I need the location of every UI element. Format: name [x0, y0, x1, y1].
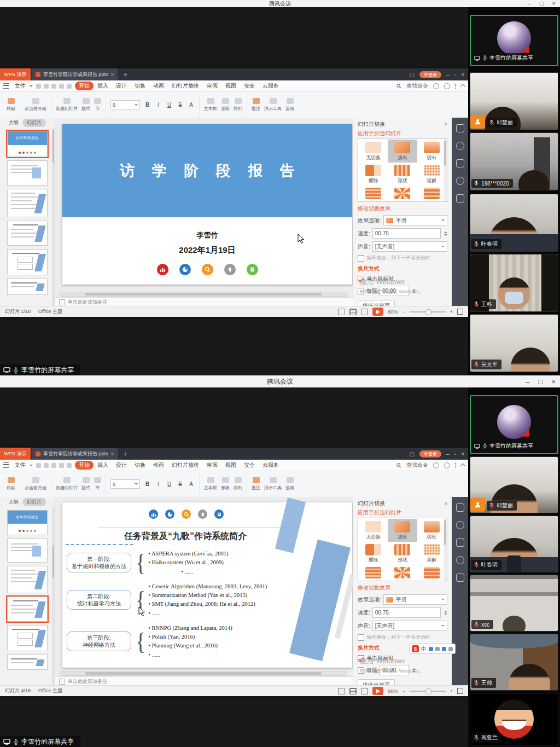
- font-color-button[interactable]: A: [188, 481, 195, 487]
- thumbnail-slide-4[interactable]: [7, 221, 48, 246]
- share-icon[interactable]: [456, 521, 464, 529]
- ime-keyboard-icon[interactable]: [442, 647, 446, 651]
- tab-outline[interactable]: 大纲: [9, 119, 19, 126]
- zoom-out-button[interactable]: −: [402, 309, 405, 315]
- animation-pane-icon[interactable]: [456, 556, 464, 564]
- new-slide-button[interactable]: 新建幻灯片: [56, 98, 78, 112]
- thumbnail-slide-2[interactable]: [7, 160, 48, 186]
- arrange-button[interactable]: 排列: [234, 98, 242, 112]
- zoom-level[interactable]: 60%: [388, 688, 398, 694]
- read-view-icon[interactable]: [361, 309, 368, 315]
- ime-toolbar[interactable]: S 中: [409, 644, 456, 654]
- maximize-button[interactable]: □: [540, 1, 544, 7]
- quick-access-icons[interactable]: [36, 463, 72, 468]
- slide-1[interactable]: 访 学 阶 段 报 告 李雪竹 2022年1月19日: [62, 124, 352, 285]
- menu-security[interactable]: 安全: [240, 82, 259, 90]
- menu-review[interactable]: 审阅: [203, 82, 221, 90]
- wps-minimize-button[interactable]: –: [446, 451, 450, 457]
- menu-cloud[interactable]: 云服务: [259, 82, 283, 90]
- participant-tile[interactable]: 王帅: [470, 634, 558, 691]
- comment-button[interactable]: 批注: [252, 98, 260, 112]
- minimize-button[interactable]: –: [528, 1, 531, 7]
- more-icon[interactable]: [455, 84, 456, 89]
- search-command[interactable]: 查找命令: [406, 82, 428, 90]
- shapes-button[interactable]: 形状: [221, 98, 230, 112]
- zoom-out-button[interactable]: −: [402, 688, 405, 694]
- presentation-tools-button[interactable]: 演示工具: [264, 477, 282, 491]
- effect-dissolve[interactable]: 溶解: [417, 542, 446, 565]
- tab-slides[interactable]: 幻灯片: [22, 498, 46, 506]
- sound-select[interactable]: [无声音]: [372, 241, 447, 252]
- paste-button[interactable]: 粘贴: [7, 477, 15, 491]
- effect-wheel[interactable]: 轮辐: [388, 186, 417, 202]
- effects-scrollbar[interactable]: [444, 518, 447, 581]
- presentation-tools-button[interactable]: 演示工具: [264, 98, 282, 112]
- fit-slide-icon[interactable]: [457, 688, 463, 694]
- effect-dissolve[interactable]: 溶解: [417, 163, 446, 186]
- search-command[interactable]: 查找命令: [406, 461, 428, 469]
- properties-icon[interactable]: [456, 124, 464, 132]
- more-icon[interactable]: [455, 463, 456, 468]
- section-button[interactable]: 节: [94, 477, 101, 491]
- window-layout-icon[interactable]: ▢: [410, 451, 415, 457]
- effect-wheel[interactable]: 轮辐: [388, 565, 417, 581]
- maximize-button[interactable]: □: [539, 378, 543, 385]
- menu-view[interactable]: 视图: [221, 461, 240, 470]
- effect-wipe[interactable]: 擦除: [359, 542, 388, 565]
- zoom-in-button[interactable]: +: [450, 309, 453, 315]
- menu-file[interactable]: 文件: [11, 461, 30, 470]
- effect-cut[interactable]: 切出: [417, 140, 446, 163]
- speed-stepper[interactable]: [444, 609, 447, 617]
- underline-button[interactable]: U: [166, 102, 173, 108]
- italic-button[interactable]: I: [155, 102, 162, 108]
- ime-toolbox-icon[interactable]: [448, 647, 453, 651]
- menu-transition[interactable]: 切换: [131, 82, 149, 90]
- participant-tile[interactable]: xsc: [470, 575, 558, 632]
- menu-animation[interactable]: 动画: [149, 82, 168, 90]
- loop-checkbox[interactable]: [358, 634, 364, 641]
- thumbnail-slide-1[interactable]: 访学阶段报告: [7, 131, 48, 157]
- section-button[interactable]: 节: [94, 98, 101, 112]
- layout-button[interactable]: 版式: [81, 477, 90, 491]
- star-icon[interactable]: [456, 159, 464, 167]
- menu-security[interactable]: 安全: [240, 461, 259, 470]
- new-tab-button[interactable]: +: [123, 450, 127, 458]
- fit-slide-icon[interactable]: [457, 309, 463, 315]
- menu-slideshow[interactable]: 幻灯片放映: [168, 82, 203, 90]
- horizontal-scrollbar[interactable]: [60, 292, 347, 297]
- participant-tile[interactable]: 吴文平: [470, 314, 558, 372]
- effect-cut[interactable]: 切出: [417, 519, 446, 542]
- effect-none[interactable]: 无切换: [359, 140, 388, 163]
- close-button[interactable]: ×: [552, 1, 556, 7]
- wps-close-button[interactable]: ×: [461, 72, 464, 78]
- comment-button[interactable]: 批注: [252, 477, 260, 491]
- play-from-current-button[interactable]: 从当前开始: [25, 98, 46, 112]
- participant-tile[interactable]: 叶春明: [470, 194, 558, 252]
- panel-close-icon[interactable]: ×: [444, 501, 447, 507]
- history-icon[interactable]: [456, 574, 464, 582]
- menu-slideshow[interactable]: 幻灯片放映: [168, 461, 203, 470]
- thumbnail-slide-2[interactable]: [7, 538, 48, 563]
- participant-tile[interactable]: 高亚兰: [470, 693, 558, 745]
- properties-icon[interactable]: [456, 503, 464, 512]
- italic-button[interactable]: I: [155, 481, 162, 487]
- thumbnail-slide-3[interactable]: [7, 189, 48, 217]
- menu-design[interactable]: 设计: [112, 82, 131, 90]
- menu-animation[interactable]: 动画: [149, 461, 168, 470]
- bold-button[interactable]: B: [144, 481, 151, 487]
- menu-home[interactable]: 开始: [75, 82, 94, 90]
- window-layout-icon[interactable]: ▢: [410, 72, 415, 78]
- new-tab-button[interactable]: +: [123, 71, 127, 79]
- thumbnail-slide-6[interactable]: [7, 655, 48, 670]
- slideshow-play-button[interactable]: [372, 308, 383, 316]
- wps-app-tab[interactable]: WPS 演示: [0, 448, 31, 460]
- thumbnail-slide-4[interactable]: [7, 597, 48, 622]
- font-size-select[interactable]: 0: [110, 100, 140, 109]
- ime-logo-icon[interactable]: S: [412, 645, 419, 652]
- menu-file[interactable]: 文件: [11, 82, 30, 90]
- share-icon[interactable]: [456, 142, 464, 150]
- document-tab[interactable]: 李雪竹学院访学成果报告.pptx ×: [32, 448, 118, 460]
- wps-restore-button[interactable]: ▫: [454, 72, 457, 78]
- menu-insert[interactable]: 插入: [94, 461, 112, 470]
- horizontal-scrollbar[interactable]: [60, 671, 347, 676]
